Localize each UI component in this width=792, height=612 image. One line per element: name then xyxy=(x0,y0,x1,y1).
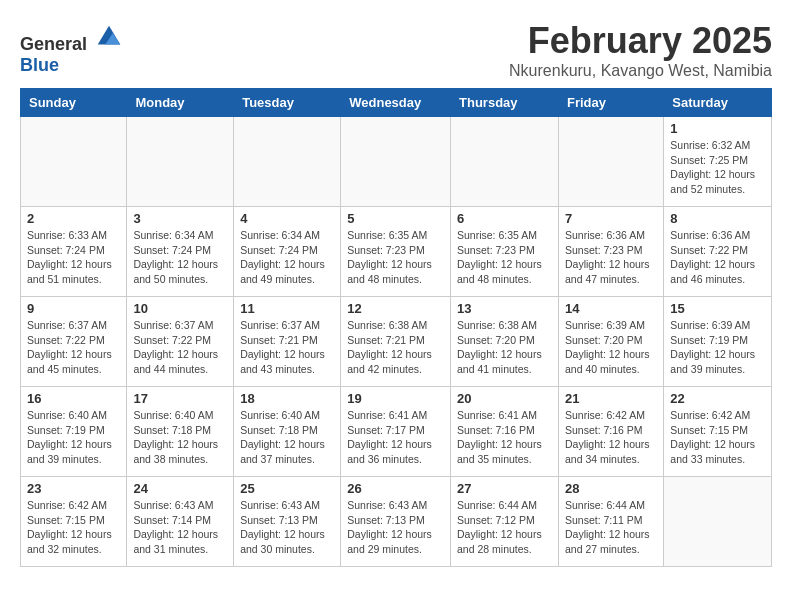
calendar-cell xyxy=(341,117,451,207)
calendar-cell xyxy=(451,117,559,207)
calendar-cell: 15Sunrise: 6:39 AM Sunset: 7:19 PM Dayli… xyxy=(664,297,772,387)
day-info: Sunrise: 6:40 AM Sunset: 7:18 PM Dayligh… xyxy=(240,408,334,467)
calendar-cell xyxy=(558,117,663,207)
day-number: 22 xyxy=(670,391,765,406)
day-number: 26 xyxy=(347,481,444,496)
day-number: 27 xyxy=(457,481,552,496)
day-info: Sunrise: 6:42 AM Sunset: 7:15 PM Dayligh… xyxy=(27,498,120,557)
day-info: Sunrise: 6:43 AM Sunset: 7:13 PM Dayligh… xyxy=(240,498,334,557)
day-info: Sunrise: 6:34 AM Sunset: 7:24 PM Dayligh… xyxy=(240,228,334,287)
day-info: Sunrise: 6:44 AM Sunset: 7:12 PM Dayligh… xyxy=(457,498,552,557)
logo-general: General xyxy=(20,34,87,54)
day-info: Sunrise: 6:44 AM Sunset: 7:11 PM Dayligh… xyxy=(565,498,657,557)
calendar-cell: 8Sunrise: 6:36 AM Sunset: 7:22 PM Daylig… xyxy=(664,207,772,297)
calendar-cell: 1Sunrise: 6:32 AM Sunset: 7:25 PM Daylig… xyxy=(664,117,772,207)
day-number: 10 xyxy=(133,301,227,316)
title-section: February 2025 Nkurenkuru, Kavango West, … xyxy=(509,20,772,80)
day-number: 19 xyxy=(347,391,444,406)
calendar-week-row: 2Sunrise: 6:33 AM Sunset: 7:24 PM Daylig… xyxy=(21,207,772,297)
calendar-cell: 2Sunrise: 6:33 AM Sunset: 7:24 PM Daylig… xyxy=(21,207,127,297)
logo-icon xyxy=(94,20,124,50)
day-info: Sunrise: 6:34 AM Sunset: 7:24 PM Dayligh… xyxy=(133,228,227,287)
calendar-cell: 20Sunrise: 6:41 AM Sunset: 7:16 PM Dayli… xyxy=(451,387,559,477)
calendar-cell: 28Sunrise: 6:44 AM Sunset: 7:11 PM Dayli… xyxy=(558,477,663,567)
calendar-header-monday: Monday xyxy=(127,89,234,117)
day-number: 7 xyxy=(565,211,657,226)
calendar-table: SundayMondayTuesdayWednesdayThursdayFrid… xyxy=(20,88,772,567)
day-info: Sunrise: 6:43 AM Sunset: 7:14 PM Dayligh… xyxy=(133,498,227,557)
calendar-cell: 18Sunrise: 6:40 AM Sunset: 7:18 PM Dayli… xyxy=(234,387,341,477)
day-number: 8 xyxy=(670,211,765,226)
calendar-header-thursday: Thursday xyxy=(451,89,559,117)
day-info: Sunrise: 6:39 AM Sunset: 7:19 PM Dayligh… xyxy=(670,318,765,377)
day-info: Sunrise: 6:36 AM Sunset: 7:22 PM Dayligh… xyxy=(670,228,765,287)
day-number: 4 xyxy=(240,211,334,226)
calendar-week-row: 9Sunrise: 6:37 AM Sunset: 7:22 PM Daylig… xyxy=(21,297,772,387)
day-number: 21 xyxy=(565,391,657,406)
day-info: Sunrise: 6:38 AM Sunset: 7:20 PM Dayligh… xyxy=(457,318,552,377)
day-info: Sunrise: 6:35 AM Sunset: 7:23 PM Dayligh… xyxy=(457,228,552,287)
day-number: 23 xyxy=(27,481,120,496)
day-info: Sunrise: 6:42 AM Sunset: 7:16 PM Dayligh… xyxy=(565,408,657,467)
calendar-cell: 24Sunrise: 6:43 AM Sunset: 7:14 PM Dayli… xyxy=(127,477,234,567)
day-info: Sunrise: 6:35 AM Sunset: 7:23 PM Dayligh… xyxy=(347,228,444,287)
calendar-cell: 6Sunrise: 6:35 AM Sunset: 7:23 PM Daylig… xyxy=(451,207,559,297)
calendar-cell xyxy=(664,477,772,567)
day-number: 12 xyxy=(347,301,444,316)
day-number: 2 xyxy=(27,211,120,226)
day-number: 24 xyxy=(133,481,227,496)
day-number: 14 xyxy=(565,301,657,316)
calendar-cell: 16Sunrise: 6:40 AM Sunset: 7:19 PM Dayli… xyxy=(21,387,127,477)
calendar-cell: 7Sunrise: 6:36 AM Sunset: 7:23 PM Daylig… xyxy=(558,207,663,297)
day-number: 5 xyxy=(347,211,444,226)
day-number: 1 xyxy=(670,121,765,136)
calendar-cell: 25Sunrise: 6:43 AM Sunset: 7:13 PM Dayli… xyxy=(234,477,341,567)
day-number: 25 xyxy=(240,481,334,496)
calendar-cell xyxy=(21,117,127,207)
calendar-cell: 26Sunrise: 6:43 AM Sunset: 7:13 PM Dayli… xyxy=(341,477,451,567)
day-info: Sunrise: 6:42 AM Sunset: 7:15 PM Dayligh… xyxy=(670,408,765,467)
day-number: 6 xyxy=(457,211,552,226)
calendar-cell: 13Sunrise: 6:38 AM Sunset: 7:20 PM Dayli… xyxy=(451,297,559,387)
calendar-cell: 10Sunrise: 6:37 AM Sunset: 7:22 PM Dayli… xyxy=(127,297,234,387)
day-number: 15 xyxy=(670,301,765,316)
calendar-cell: 14Sunrise: 6:39 AM Sunset: 7:20 PM Dayli… xyxy=(558,297,663,387)
subtitle: Nkurenkuru, Kavango West, Namibia xyxy=(509,62,772,80)
calendar-cell: 11Sunrise: 6:37 AM Sunset: 7:21 PM Dayli… xyxy=(234,297,341,387)
logo-blue: Blue xyxy=(20,55,59,75)
day-info: Sunrise: 6:37 AM Sunset: 7:22 PM Dayligh… xyxy=(133,318,227,377)
day-info: Sunrise: 6:41 AM Sunset: 7:17 PM Dayligh… xyxy=(347,408,444,467)
calendar-cell: 21Sunrise: 6:42 AM Sunset: 7:16 PM Dayli… xyxy=(558,387,663,477)
day-info: Sunrise: 6:37 AM Sunset: 7:21 PM Dayligh… xyxy=(240,318,334,377)
month-title: February 2025 xyxy=(509,20,772,62)
calendar-header-wednesday: Wednesday xyxy=(341,89,451,117)
day-number: 17 xyxy=(133,391,227,406)
calendar-cell: 27Sunrise: 6:44 AM Sunset: 7:12 PM Dayli… xyxy=(451,477,559,567)
calendar-cell xyxy=(127,117,234,207)
day-number: 20 xyxy=(457,391,552,406)
calendar-cell: 17Sunrise: 6:40 AM Sunset: 7:18 PM Dayli… xyxy=(127,387,234,477)
day-info: Sunrise: 6:33 AM Sunset: 7:24 PM Dayligh… xyxy=(27,228,120,287)
page-header: General Blue February 2025 Nkurenkuru, K… xyxy=(20,20,772,80)
calendar-cell: 12Sunrise: 6:38 AM Sunset: 7:21 PM Dayli… xyxy=(341,297,451,387)
calendar-week-row: 23Sunrise: 6:42 AM Sunset: 7:15 PM Dayli… xyxy=(21,477,772,567)
calendar-cell: 23Sunrise: 6:42 AM Sunset: 7:15 PM Dayli… xyxy=(21,477,127,567)
day-number: 11 xyxy=(240,301,334,316)
day-number: 9 xyxy=(27,301,120,316)
calendar-cell: 19Sunrise: 6:41 AM Sunset: 7:17 PM Dayli… xyxy=(341,387,451,477)
day-info: Sunrise: 6:32 AM Sunset: 7:25 PM Dayligh… xyxy=(670,138,765,197)
day-info: Sunrise: 6:36 AM Sunset: 7:23 PM Dayligh… xyxy=(565,228,657,287)
day-info: Sunrise: 6:38 AM Sunset: 7:21 PM Dayligh… xyxy=(347,318,444,377)
day-info: Sunrise: 6:37 AM Sunset: 7:22 PM Dayligh… xyxy=(27,318,120,377)
day-number: 3 xyxy=(133,211,227,226)
day-info: Sunrise: 6:43 AM Sunset: 7:13 PM Dayligh… xyxy=(347,498,444,557)
day-number: 18 xyxy=(240,391,334,406)
calendar-cell: 5Sunrise: 6:35 AM Sunset: 7:23 PM Daylig… xyxy=(341,207,451,297)
logo: General Blue xyxy=(20,20,124,76)
calendar-cell: 4Sunrise: 6:34 AM Sunset: 7:24 PM Daylig… xyxy=(234,207,341,297)
day-info: Sunrise: 6:39 AM Sunset: 7:20 PM Dayligh… xyxy=(565,318,657,377)
day-info: Sunrise: 6:40 AM Sunset: 7:19 PM Dayligh… xyxy=(27,408,120,467)
day-number: 28 xyxy=(565,481,657,496)
calendar-header-saturday: Saturday xyxy=(664,89,772,117)
day-number: 13 xyxy=(457,301,552,316)
